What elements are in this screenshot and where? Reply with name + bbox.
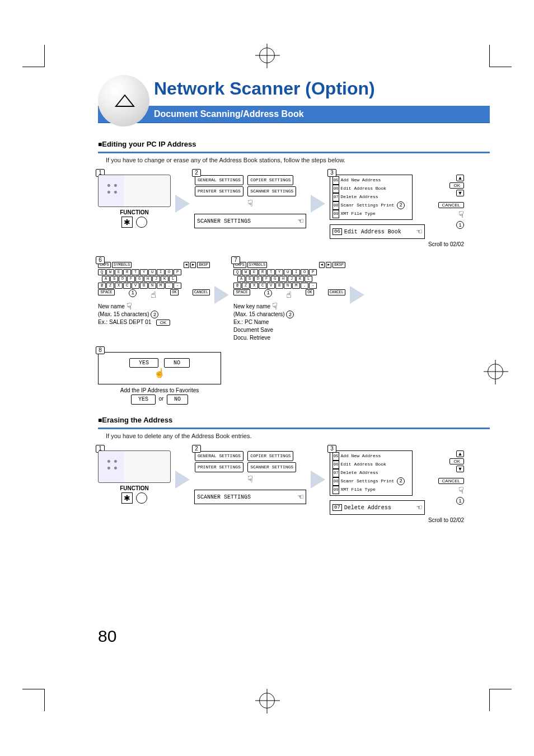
hand-cursor-icon: ☝ — [151, 289, 156, 300]
sel-num: 06 — [332, 228, 342, 235]
circled-1: 1 — [456, 221, 464, 229]
arrow-icon — [311, 471, 325, 489]
symbols-key: SYMBOLS — [247, 262, 267, 268]
step-1b: 1 FUNCTION ✱ — [98, 447, 171, 523]
cancel-key: CANCEL — [193, 289, 210, 295]
yes-button: YES — [129, 358, 158, 368]
scroll-note: Scroll to 02/02 — [330, 241, 464, 247]
yes-button: YES — [131, 395, 156, 405]
circled-2: 2 — [397, 201, 405, 209]
crop-mark — [489, 689, 512, 711]
down-arrow-icon: ▼ — [456, 190, 464, 196]
selection-bar: 06 Edit Address Book ☜ — [330, 224, 425, 239]
selection-bar: SCANNER SETTINGS ☜ — [194, 490, 306, 504]
register-mark — [488, 364, 503, 379]
ok-button: OK — [449, 182, 464, 189]
control-panel-illustration — [98, 450, 171, 483]
section-title-edit: Editing your PC IP Address — [98, 140, 490, 153]
chapter-title: Network Scanner (Option) — [154, 78, 490, 104]
hand-cursor-icon: ☝ — [154, 368, 165, 378]
round-key-icon — [136, 492, 147, 504]
circled-2: 2 — [397, 477, 405, 485]
arrow-icon — [214, 286, 229, 304]
selected-option: SCANNER SETTINGS — [197, 494, 251, 500]
down-arrow-icon: ▼ — [456, 466, 464, 472]
lcd-button: PRINTER SETTINGS — [195, 186, 243, 196]
page-number: 80 — [98, 627, 116, 646]
home-icon — [114, 91, 136, 113]
lcd-button: SCANNER SETTINGS — [247, 462, 296, 472]
step-number: 3 — [327, 445, 336, 453]
hand-cursor-icon: ☟ — [127, 303, 132, 311]
lcd-button: PRINTER SETTINGS — [195, 462, 243, 472]
round-key-icon — [136, 217, 147, 228]
function-icons: ✱ — [98, 492, 171, 504]
cancel-button: CANCEL — [438, 478, 464, 484]
chapter-header: Network Scanner (Option) Document Scanni… — [98, 78, 490, 123]
step7-notes: New key name ☟ (Max. 15 characters) 2 Ex… — [233, 303, 345, 342]
arrow-icon — [311, 195, 325, 213]
menu-list: 05Add New Address 06Edit Address Book 07… — [330, 175, 413, 220]
bksp-key: BKSP — [197, 262, 210, 268]
circled-1: 1 — [456, 497, 464, 505]
step-2: 2 GENERAL SETTINGS COPIER SETTINGS PRINT… — [194, 171, 306, 247]
function-label: FUNCTION — [98, 209, 171, 215]
hand-cursor-icon: ☜ — [298, 215, 303, 227]
menu-list: 05Add New Address 06Edit Address Book 07… — [330, 450, 413, 496]
ok-key: OK — [170, 289, 178, 295]
function-key-icon: ✱ — [121, 492, 133, 504]
function-icons: ✱ — [98, 217, 171, 228]
register-mark — [259, 693, 275, 708]
step8-notes: Add the IP Address to Favorites YES or N… — [98, 387, 221, 405]
step-number: 8 — [96, 346, 105, 354]
cancel-button: CANCEL — [438, 202, 464, 208]
step-6: 6 CAPS SYMBOLS ◄ ► BKSP QWERTYUIOP ASDFG… — [98, 259, 210, 342]
sel-num: 07 — [332, 504, 342, 511]
hand-cursor-icon: ☜ — [416, 226, 422, 237]
lcd-button: GENERAL SETTINGS — [195, 451, 243, 461]
hand-cursor-icon: ☟ — [247, 474, 253, 485]
crop-mark — [22, 689, 45, 711]
flow-edit-row1: 1 FUNCTION ✱ 2 GENERAL SETTINGS COPIER S… — [98, 171, 490, 247]
hand-cursor-icon: ☟ — [272, 303, 278, 311]
sel-text: Delete Address — [344, 505, 391, 511]
arrow-icon — [175, 195, 190, 213]
right-key: ► — [326, 262, 331, 268]
up-arrow-icon: ▲ — [456, 175, 464, 181]
page-content: Network Scanner (Option) Document Scanni… — [98, 78, 490, 534]
left-key: ◄ — [184, 262, 189, 268]
lcd-button: COPIER SETTINGS — [247, 451, 293, 461]
step-number: 3 — [327, 169, 336, 177]
step-number: 6 — [96, 256, 105, 264]
hand-cursor-icon: ☟ — [458, 485, 464, 496]
step-number: 2 — [192, 445, 201, 453]
step-1: 1 FUNCTION ✱ — [98, 171, 171, 247]
step-3: 3 ▲ OK ▼ CANCEL ☟ 1 05Add New Address 06… — [330, 171, 464, 247]
hand-cursor-icon: ☝ — [286, 289, 292, 300]
hand-cursor-icon: ☟ — [458, 209, 464, 220]
yes-no-panel: YES NO ☝ — [98, 352, 221, 384]
right-key: ► — [190, 262, 196, 268]
step-number: 7 — [231, 256, 240, 264]
crop-mark — [22, 45, 45, 67]
flow-edit-row2: 6 CAPS SYMBOLS ◄ ► BKSP QWERTYUIOP ASDFG… — [98, 259, 490, 405]
step-8: 8 YES NO ☝ Add the IP Address to Favorit… — [98, 349, 221, 405]
space-key: SPACE — [233, 289, 250, 295]
section-body-edit: If you have to change or erase any of th… — [106, 157, 490, 163]
circled-1: 1 — [129, 289, 137, 297]
flow-erase: 1 FUNCTION ✱ 2 GENERAL SETTINGS COPIER S… — [98, 447, 490, 523]
ok-button: OK — [449, 458, 464, 464]
register-mark — [259, 48, 275, 63]
no-button: NO — [167, 395, 188, 405]
circled-2: 2 — [286, 311, 294, 318]
circled-2: 2 — [151, 311, 158, 318]
selection-bar: 07 Delete Address ☜ — [330, 500, 425, 515]
scroll-note: Scroll to 02/02 — [330, 517, 464, 523]
step6-notes: New name ☟ (Max. 15 characters) 2 Ex.: S… — [98, 303, 210, 327]
section-body-erase: If you have to delete any of the Address… — [106, 433, 490, 439]
sel-text: Edit Address Book — [344, 229, 401, 235]
hand-cursor-icon: ☜ — [298, 491, 303, 503]
arrow-icon — [175, 471, 190, 489]
step-2b: 2 GENERAL SETTINGS COPIER SETTINGS PRINT… — [194, 447, 306, 523]
crop-mark — [489, 45, 512, 67]
